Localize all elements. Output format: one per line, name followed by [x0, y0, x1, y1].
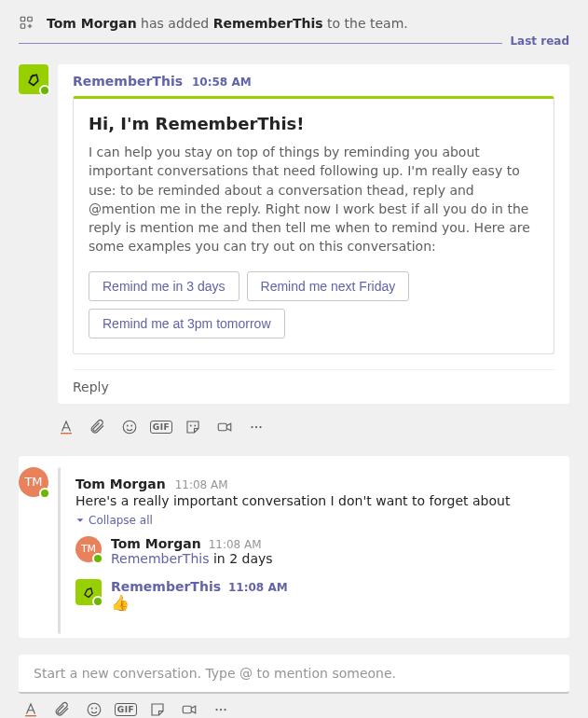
bot-avatar[interactable]: [75, 579, 102, 605]
adaptive-card: Hi, I'm RememberThis! I can help you sta…: [73, 96, 554, 354]
format-icon[interactable]: [22, 701, 39, 718]
svg-point-19: [220, 709, 222, 711]
reply-text: RememberThis in 2 days: [111, 551, 273, 566]
svg-point-18: [215, 709, 217, 711]
meet-now-icon[interactable]: [216, 419, 233, 435]
format-icon[interactable]: [58, 419, 75, 435]
meet-now-icon[interactable]: [181, 701, 198, 718]
svg-point-8: [190, 425, 191, 426]
user-avatar[interactable]: TM: [75, 536, 102, 562]
attach-icon[interactable]: [54, 701, 71, 718]
emoji-icon[interactable]: [121, 419, 138, 435]
sender-name[interactable]: Tom Morgan: [111, 536, 201, 551]
more-icon[interactable]: [248, 419, 265, 435]
remind-next-friday-button[interactable]: Remind me next Friday: [247, 271, 410, 301]
gif-icon[interactable]: GIF: [117, 701, 134, 718]
svg-point-14: [88, 703, 101, 716]
system-message: Tom Morgan has added RememberThis to the…: [19, 9, 569, 43]
system-text: Tom Morgan has added RememberThis to the…: [47, 16, 408, 31]
presence-available-icon: [92, 596, 103, 607]
presence-available-icon: [92, 553, 103, 564]
svg-rect-1: [28, 17, 33, 21]
reply-emoji: 👍: [111, 594, 288, 612]
message-time: 11:08 AM: [228, 581, 288, 594]
message-time: 11:08 AM: [175, 478, 228, 491]
sender-name[interactable]: Tom Morgan: [75, 476, 166, 491]
svg-point-20: [224, 709, 226, 711]
svg-point-6: [127, 425, 128, 426]
svg-point-5: [123, 421, 136, 434]
compose-input[interactable]: Start a new conversation. Type @ to ment…: [19, 655, 569, 694]
svg-rect-10: [218, 423, 226, 431]
mention[interactable]: RememberThis: [111, 551, 209, 566]
message-toolbar: GIF: [19, 411, 569, 439]
last-read-label: Last read: [502, 35, 569, 48]
more-icon[interactable]: [212, 701, 229, 718]
app-added-icon: [19, 15, 35, 32]
reply-button[interactable]: Reply: [73, 369, 554, 404]
remind-3pm-tomorrow-button[interactable]: Remind me at 3pm tomorrow: [89, 309, 285, 338]
bot-avatar[interactable]: [19, 64, 48, 94]
message-time: 11:08 AM: [209, 538, 262, 551]
reply-item: TM Tom Morgan 11:08 AM RememberThis in 2…: [75, 536, 540, 566]
bot-message: RememberThis 10:58 AM Hi, I'm RememberTh…: [19, 64, 569, 404]
attach-icon[interactable]: [89, 419, 106, 435]
sticker-icon[interactable]: [149, 701, 166, 718]
compose-toolbar: GIF: [19, 694, 569, 718]
message-time: 10:58 AM: [192, 76, 252, 89]
card-title: Hi, I'm RememberThis!: [89, 114, 539, 133]
card-body: I can help you stay on top of things by …: [89, 143, 539, 256]
svg-point-9: [195, 425, 196, 426]
svg-point-13: [259, 426, 261, 428]
svg-point-11: [251, 426, 253, 428]
svg-rect-17: [183, 706, 191, 713]
presence-available-icon: [39, 488, 50, 499]
collapse-all-button[interactable]: Collapse all: [75, 514, 540, 527]
svg-rect-0: [21, 17, 25, 21]
svg-rect-2: [21, 24, 25, 29]
svg-point-16: [96, 708, 97, 709]
sticker-icon[interactable]: [185, 419, 201, 435]
gif-icon[interactable]: GIF: [153, 419, 170, 435]
message-text: Here's a really important conversation I…: [75, 493, 540, 508]
presence-available-icon: [39, 85, 50, 96]
remind-3-days-button[interactable]: Remind me in 3 days: [89, 271, 239, 301]
sender-name[interactable]: RememberThis: [111, 579, 221, 594]
sender-name[interactable]: RememberThis: [73, 74, 183, 89]
reply-item: RememberThis 11:08 AM 👍: [75, 579, 540, 612]
svg-point-15: [91, 708, 92, 709]
last-read-divider: Last read: [19, 43, 569, 44]
svg-point-7: [131, 425, 132, 426]
svg-point-12: [255, 426, 257, 428]
user-avatar[interactable]: TM: [19, 467, 48, 497]
emoji-icon[interactable]: [86, 701, 103, 718]
user-thread: TM Tom Morgan 11:08 AM Here's a really i…: [19, 456, 569, 638]
